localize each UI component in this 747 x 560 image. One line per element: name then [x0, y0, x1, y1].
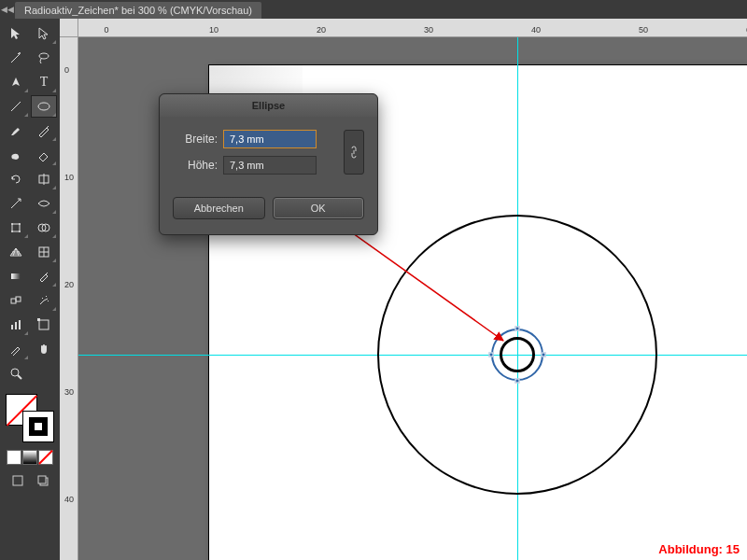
blend-tool[interactable]	[3, 289, 29, 312]
fill-stroke-swatch[interactable]	[4, 392, 56, 444]
figure-caption: Abbildung: 15	[658, 542, 740, 556]
pen-tool[interactable]	[3, 71, 29, 93]
eraser-tool[interactable]	[31, 144, 57, 166]
ruler-h-label: 0	[104, 25, 108, 35]
gradient-tool[interactable]	[3, 265, 29, 287]
artboard-tool[interactable]	[31, 314, 57, 336]
svg-rect-27	[38, 476, 46, 483]
svg-rect-22	[37, 318, 40, 321]
zoom-tool[interactable]	[3, 362, 29, 385]
magic-wand-tool[interactable]	[3, 47, 29, 69]
ruler-h-label: 50	[639, 25, 648, 35]
slice-tool[interactable]	[3, 338, 29, 360]
width-label: Breite:	[173, 133, 223, 146]
document-title: Radioaktiv_Zeichen* bei 300 % (CMYK/Vors…	[24, 5, 252, 16]
dialog-title-text: Ellipse	[252, 100, 285, 111]
ruler-h-label: 40	[531, 25, 541, 35]
anchor-point[interactable]	[542, 353, 546, 357]
ruler-vertical[interactable]: 0 10 20 30 40	[60, 37, 78, 560]
svg-point-7	[19, 223, 21, 225]
svg-rect-15	[11, 273, 21, 279]
draw-behind-icon[interactable]	[31, 470, 55, 491]
mesh-tool[interactable]	[31, 241, 57, 263]
brush-tool[interactable]	[3, 119, 29, 142]
line-tool[interactable]	[3, 95, 29, 118]
constrain-link-icon[interactable]	[344, 130, 364, 175]
eyedropper-tool[interactable]	[31, 265, 57, 287]
ruler-origin[interactable]	[60, 19, 78, 37]
svg-rect-21	[39, 320, 49, 329]
svg-point-23	[11, 369, 19, 376]
type-tool[interactable]: T	[31, 71, 57, 93]
svg-line-24	[18, 375, 21, 379]
symbol-sprayer-tool[interactable]	[31, 289, 57, 312]
anchor-point[interactable]	[515, 379, 520, 384]
document-tabbar: ◀◀ Radioaktiv_Zeichen* bei 300 % (CMYK/V…	[0, 0, 747, 19]
direct-selection-tool[interactable]	[31, 22, 57, 45]
ellipse-dialog: Ellipse Breite: Höhe: Abbrechen OK	[159, 93, 378, 235]
document-tab[interactable]: Radioaktiv_Zeichen* bei 300 % (CMYK/Vors…	[15, 2, 261, 19]
svg-point-0	[39, 53, 49, 59]
svg-rect-17	[16, 297, 21, 301]
height-input[interactable]	[223, 156, 317, 175]
svg-line-1	[11, 102, 21, 111]
svg-point-9	[19, 231, 21, 232]
svg-point-8	[11, 231, 13, 232]
height-label: Höhe:	[173, 159, 223, 172]
ruler-v-label: 20	[64, 280, 74, 289]
column-graph-tool[interactable]	[3, 314, 29, 336]
svg-rect-5	[12, 224, 20, 231]
toolbox: T	[0, 19, 60, 560]
scale-tool[interactable]	[3, 192, 29, 215]
svg-rect-18	[11, 325, 13, 329]
rotate-tool[interactable]	[3, 168, 29, 190]
svg-rect-20	[19, 320, 21, 329]
perspective-grid-tool[interactable]	[3, 241, 29, 263]
svg-point-6	[11, 223, 13, 225]
ruler-horizontal[interactable]: 0 10 20 30 40 50 60	[78, 19, 747, 37]
empty-tool-slot	[31, 362, 57, 385]
selection-tool[interactable]	[3, 22, 29, 45]
shape-builder-tool[interactable]	[31, 217, 57, 239]
svg-point-2	[38, 103, 49, 110]
draw-normal-icon[interactable]	[6, 470, 30, 491]
reflect-tool[interactable]	[31, 168, 57, 190]
draw-mode-row	[6, 470, 55, 491]
gradient-fill-icon[interactable]	[22, 450, 37, 465]
ruler-h-label: 20	[317, 25, 326, 35]
ruler-v-label: 10	[64, 173, 74, 182]
none-fill-icon[interactable]	[38, 450, 53, 465]
anchor-point[interactable]	[515, 327, 520, 331]
dialog-title[interactable]: Ellipse	[160, 94, 377, 117]
hand-tool[interactable]	[31, 338, 57, 360]
stroke-swatch[interactable]	[22, 411, 54, 442]
lasso-tool[interactable]	[31, 47, 57, 69]
ruler-h-label: 30	[424, 25, 433, 35]
ruler-v-label: 0	[64, 65, 69, 75]
width-tool[interactable]	[31, 192, 57, 215]
svg-rect-16	[11, 299, 16, 303]
color-fill-icon[interactable]	[7, 450, 21, 465]
free-transform-tool[interactable]	[3, 217, 29, 239]
ruler-v-label: 40	[64, 495, 74, 504]
anchor-point[interactable]	[489, 353, 494, 357]
inner-circle-path[interactable]	[500, 337, 535, 372]
pencil-tool[interactable]	[31, 119, 57, 142]
ellipse-tool[interactable]	[31, 95, 57, 118]
ok-button[interactable]: OK	[273, 197, 365, 219]
ruler-v-label: 30	[64, 387, 74, 397]
color-mode-row	[7, 450, 53, 465]
width-input[interactable]	[223, 130, 317, 148]
cancel-button[interactable]: Abbrechen	[173, 197, 265, 219]
collapse-icon[interactable]: ◀◀	[0, 5, 15, 14]
blob-brush-tool[interactable]	[3, 144, 29, 166]
svg-rect-25	[13, 476, 22, 485]
svg-rect-19	[15, 322, 17, 329]
ruler-h-label: 10	[209, 25, 218, 35]
